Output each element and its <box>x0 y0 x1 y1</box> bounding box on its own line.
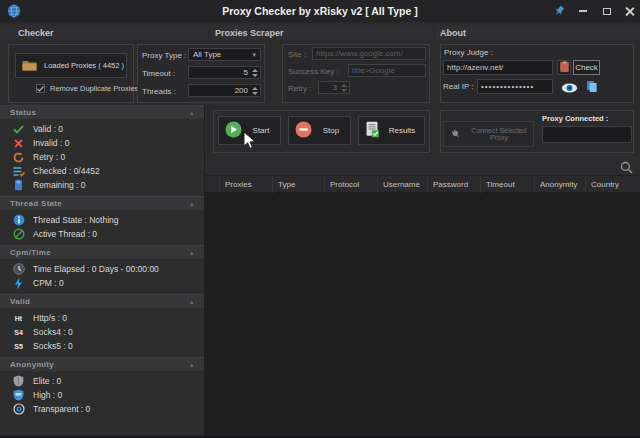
check-icon <box>12 123 25 135</box>
checked-list-icon <box>12 165 25 177</box>
proxy-connected-input[interactable] <box>542 126 632 143</box>
sidebar-item-label: Active Thread : 0 <box>33 229 97 239</box>
sidebar-item-label: Time Elapsed : 0 Days - 00:00:00 <box>33 264 159 274</box>
cross-icon <box>12 137 25 149</box>
remove-duplicates-label: Remove Duplicate Proxies <box>50 84 138 93</box>
section-header-cpm-time[interactable]: Cpm/Time <box>0 245 204 259</box>
sidebar-item-label: Socks4 : 0 <box>33 327 73 337</box>
window-title: Proxy Checker by xRisky v2 [ All Type ] <box>0 5 640 17</box>
section-header-valid[interactable]: Valid <box>0 294 204 308</box>
check-label: Check <box>574 63 599 72</box>
proxy-type-label: Proxy Type : <box>142 51 186 60</box>
sidebar-item-label: Thread State : Nothing <box>33 215 119 225</box>
column-header-country[interactable]: Country <box>585 176 640 193</box>
section-header-anonymity[interactable]: Anonymity <box>0 357 204 371</box>
timeout-spinner[interactable] <box>250 67 259 78</box>
transparent-eye-icon <box>12 403 25 415</box>
real-ip-input[interactable] <box>477 79 553 94</box>
stop-label: Stop <box>312 126 350 135</box>
collapse-arrow-icon <box>189 108 195 117</box>
high-shield-icon <box>12 389 25 401</box>
sidebar-item-label: Invalid : 0 <box>33 138 69 148</box>
proxy-judge-input[interactable] <box>443 60 553 75</box>
panel-header-proxies-scraper: Proxies Scraper <box>210 25 433 40</box>
sidebar-item-label: Valid : 0 <box>33 124 63 134</box>
proxy-connected-label: Proxy Connected : <box>542 114 608 123</box>
section-header-status[interactable]: Status <box>0 105 204 119</box>
stop-icon <box>295 121 312 140</box>
table-header: ProxiesTypeProtocolUsernamePasswordTimeo… <box>205 176 640 193</box>
sidebar-item: CPM : 0 <box>0 276 204 290</box>
section-title: Status <box>10 108 36 117</box>
sidebar-item-label: Socks5 : 0 <box>33 341 73 351</box>
stop-button[interactable]: Stop <box>288 116 351 145</box>
proxy-judge-label: Proxy Judge : <box>444 48 493 57</box>
proxy-table-body[interactable] <box>205 193 640 438</box>
sidebar: StatusValid : 0Invalid : 0Retry : 0Check… <box>0 105 205 438</box>
close-button[interactable] <box>618 0 640 22</box>
start-button[interactable]: Start <box>218 116 281 145</box>
show-ip-eye-icon[interactable] <box>561 80 578 98</box>
remove-duplicates-checkbox[interactable]: Remove Duplicate Proxies <box>36 84 138 93</box>
minimize-icon <box>579 10 587 12</box>
section-title: Cpm/Time <box>10 248 51 257</box>
sidebar-item-label: Http/s : 0 <box>33 313 67 323</box>
minimize-button[interactable] <box>572 0 594 22</box>
success-key-label: Success Key : <box>288 67 339 76</box>
load-proxies-label: Loaded Proxies ( 4452 ) <box>42 61 126 70</box>
sidebar-item: Time Elapsed : 0 Days - 00:00:00 <box>0 262 204 276</box>
sidebar-item: Retry : 0 <box>0 150 204 164</box>
elite-shield-icon <box>12 375 25 387</box>
sidebar-item: Elite : 0 <box>0 374 204 388</box>
collapse-arrow-icon <box>189 248 195 257</box>
sidebar-item: Thread State : Nothing <box>0 213 204 227</box>
retry-spinner[interactable] <box>339 82 348 93</box>
column-header-timeout[interactable]: Timeout <box>480 176 534 193</box>
section-title: Valid <box>10 297 30 306</box>
section-title: Thread State <box>10 199 62 208</box>
judge-clipboard-button[interactable] <box>557 60 571 75</box>
threads-label: Threads : <box>142 87 176 96</box>
timeout-label: Timeout : <box>142 69 175 78</box>
panel-header-about: About <box>435 25 640 40</box>
connect-selected-proxy-label: Connect Selected Proxy <box>465 127 533 141</box>
column-header-proxies[interactable]: Proxies <box>219 176 272 193</box>
collapse-arrow-icon <box>189 199 195 208</box>
lightning-icon <box>12 277 25 289</box>
sidebar-item: Active Thread : 0 <box>0 227 204 241</box>
sidebar-item: Invalid : 0 <box>0 136 204 150</box>
plug-icon <box>449 127 462 142</box>
check-button[interactable]: Check <box>573 60 600 75</box>
pin-button[interactable] <box>548 0 570 22</box>
sidebar-item: S5Socks5 : 0 <box>0 339 204 353</box>
sidebar-item-label: Elite : 0 <box>33 376 61 386</box>
column-header-protocol[interactable]: Protocol <box>324 176 377 193</box>
connect-selected-proxy-button[interactable]: Connect Selected Proxy <box>443 121 534 147</box>
sidebar-item: Remaining : 0 <box>0 178 204 192</box>
search-input[interactable] <box>205 157 617 176</box>
clipboard-icon <box>560 61 569 74</box>
maximize-button[interactable] <box>596 0 618 22</box>
collapse-arrow-icon <box>189 297 195 306</box>
column-header-password[interactable]: Password <box>427 176 480 193</box>
section-header-thread-state[interactable]: Thread State <box>0 196 204 210</box>
column-header-type[interactable]: Type <box>272 176 324 193</box>
search-bar <box>205 157 640 176</box>
column-header-anonymity[interactable]: Anonymity <box>534 176 585 193</box>
sidebar-item: S4Socks4 : 0 <box>0 325 204 339</box>
section-title: Anonymity <box>10 360 54 369</box>
site-input[interactable] <box>312 47 426 60</box>
real-ip-label: Real IP : <box>443 82 474 91</box>
success-key-input[interactable] <box>348 64 426 77</box>
pin-icon <box>554 2 565 20</box>
results-button[interactable]: Results <box>358 116 425 145</box>
proxy-type-dropdown[interactable]: All Type <box>188 48 261 61</box>
copy-ip-icon[interactable] <box>586 79 598 97</box>
threads-spinner[interactable] <box>250 85 259 96</box>
column-header-username[interactable]: Username <box>377 176 427 193</box>
sidebar-item: Checked : 0/4452 <box>0 164 204 178</box>
panel-header-checker: Checker <box>0 25 208 40</box>
load-proxies-button[interactable]: Loaded Proxies ( 4452 ) <box>15 53 127 78</box>
sidebar-item-label: CPM : 0 <box>33 278 64 288</box>
sidebar-item-label: Transparent : 0 <box>33 404 90 414</box>
